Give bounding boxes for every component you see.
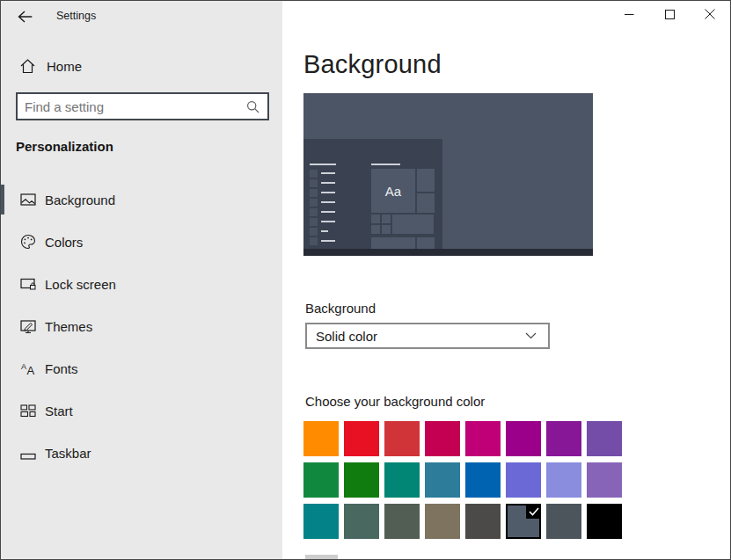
dropdown-value: Solid color — [316, 329, 525, 344]
sidebar-item-label: Colors — [45, 235, 83, 250]
close-icon — [705, 9, 715, 19]
sidebar-item-start[interactable]: Start — [1, 393, 282, 428]
color-swatch[interactable] — [425, 504, 460, 539]
maximize-button[interactable] — [649, 1, 690, 27]
themes-icon — [20, 318, 36, 334]
color-swatch[interactable] — [506, 462, 541, 498]
svg-text:A: A — [27, 364, 35, 377]
sidebar-item-home[interactable]: Home — [1, 51, 282, 81]
color-swatch[interactable] — [546, 504, 581, 539]
start-icon — [20, 403, 36, 418]
background-type-dropdown[interactable]: Solid color — [305, 323, 550, 349]
background-dropdown-label: Background — [305, 301, 376, 316]
color-swatch[interactable] — [587, 421, 622, 456]
checkmark-icon — [526, 504, 541, 519]
color-swatch[interactable] — [344, 421, 379, 456]
sidebar-item-fonts[interactable]: AAFonts — [1, 351, 282, 386]
color-swatch[interactable] — [587, 504, 622, 539]
background-image-icon — [20, 192, 36, 207]
color-swatch[interactable] — [425, 421, 460, 456]
color-swatch[interactable] — [506, 504, 541, 539]
search-input[interactable] — [18, 99, 246, 114]
color-swatch[interactable] — [303, 504, 339, 539]
color-swatch[interactable] — [425, 462, 460, 498]
color-swatch[interactable] — [303, 462, 339, 498]
minimize-icon — [625, 10, 634, 19]
sidebar-nav: BackgroundColorsLock screenThemesAAFonts… — [1, 182, 282, 477]
color-swatch[interactable] — [465, 504, 501, 539]
color-swatch[interactable] — [465, 421, 501, 456]
color-swatch[interactable] — [546, 462, 581, 498]
sidebar-item-lock-screen[interactable]: Lock screen — [1, 266, 282, 302]
sidebar-item-label: Fonts — [45, 361, 78, 376]
sidebar-item-background[interactable]: Background — [1, 182, 282, 217]
back-button[interactable] — [11, 6, 38, 27]
minimize-button[interactable] — [609, 1, 649, 27]
taskbar-icon — [20, 445, 36, 461]
background-preview: Aa — [303, 93, 593, 256]
back-arrow-icon — [18, 11, 33, 23]
sidebar-item-themes[interactable]: Themes — [1, 309, 282, 344]
color-swatch[interactable] — [303, 421, 339, 456]
color-swatch[interactable] — [506, 421, 541, 456]
sidebar-item-label: Themes — [45, 319, 92, 334]
sidebar: Settings Home Personalization Background… — [1, 1, 282, 559]
maximize-icon — [665, 10, 675, 19]
lock-screen-icon — [20, 276, 36, 292]
chevron-down-icon — [525, 332, 537, 339]
color-swatch-grid — [303, 421, 622, 539]
sidebar-item-label: Lock screen — [45, 277, 116, 292]
color-swatch[interactable] — [384, 504, 420, 539]
close-button[interactable] — [690, 1, 730, 27]
color-swatch[interactable] — [344, 504, 379, 539]
color-swatch[interactable] — [344, 462, 379, 498]
svg-text:A: A — [21, 362, 26, 371]
window-controls — [609, 1, 730, 27]
sidebar-item-label: Start — [45, 404, 73, 418]
preview-taskbar — [303, 249, 593, 256]
fonts-icon: AA — [20, 360, 36, 376]
sidebar-item-label: Taskbar — [45, 446, 91, 461]
horizontal-scrollbar-thumb[interactable] — [305, 555, 338, 559]
color-swatch[interactable] — [384, 462, 420, 498]
color-swatch[interactable] — [465, 462, 501, 498]
palette-icon — [20, 234, 36, 250]
section-title: Personalization — [16, 139, 113, 154]
sidebar-item-label: Home — [47, 59, 82, 74]
choose-color-label: Choose your background color — [305, 394, 485, 409]
settings-window: Settings Home Personalization Background… — [0, 0, 731, 560]
preview-tile-aa: Aa — [371, 169, 415, 213]
app-title: Settings — [56, 10, 96, 22]
page-title: Background — [303, 50, 442, 79]
search-box — [16, 92, 269, 120]
sidebar-item-label: Background — [45, 193, 115, 207]
preview-start-menu: Aa — [303, 139, 442, 249]
color-swatch[interactable] — [587, 462, 622, 498]
color-swatch[interactable] — [546, 421, 581, 456]
home-icon — [20, 59, 35, 74]
search-icon[interactable] — [246, 100, 260, 113]
preview-app-list — [310, 169, 335, 246]
color-swatch[interactable] — [384, 421, 420, 456]
sidebar-item-colors[interactable]: Colors — [1, 224, 282, 259]
sidebar-item-taskbar[interactable]: Taskbar — [1, 435, 282, 470]
